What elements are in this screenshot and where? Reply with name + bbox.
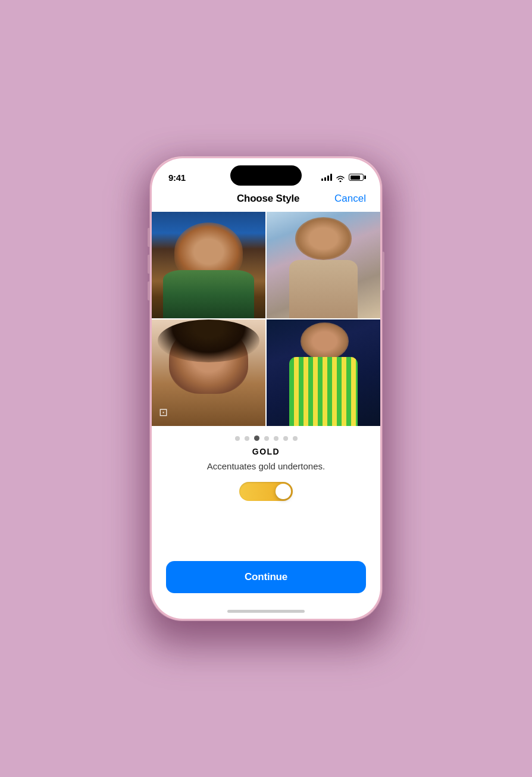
wifi-icon bbox=[336, 174, 345, 181]
status-icons bbox=[321, 174, 364, 181]
continue-button[interactable]: Continue bbox=[166, 561, 366, 593]
home-bar bbox=[227, 610, 305, 613]
flex-spacer bbox=[152, 501, 380, 561]
photo-grid: ⊡ bbox=[152, 212, 380, 426]
style-description: Accentuates gold undertones. bbox=[166, 461, 366, 471]
dot-6[interactable] bbox=[283, 436, 288, 441]
photo-cell-4[interactable] bbox=[267, 319, 380, 426]
signal-icon bbox=[321, 174, 332, 181]
dot-1[interactable] bbox=[235, 436, 240, 441]
dot-7[interactable] bbox=[293, 436, 298, 441]
camera-icon: ⊡ bbox=[159, 406, 168, 419]
photo-cell-3[interactable]: ⊡ bbox=[152, 319, 265, 426]
status-time: 9:41 bbox=[168, 173, 186, 183]
dot-5[interactable] bbox=[274, 436, 278, 441]
battery-icon bbox=[349, 174, 364, 181]
nav-bar: Choose Style Cancel bbox=[152, 188, 380, 212]
page-title: Choose Style bbox=[237, 193, 299, 205]
photo-cell-2[interactable] bbox=[267, 212, 380, 318]
dot-2[interactable] bbox=[245, 436, 249, 441]
photo-figure-2 bbox=[267, 212, 380, 318]
style-name: GOLD bbox=[166, 447, 366, 456]
photo-figure-4 bbox=[267, 319, 380, 426]
status-bar: 9:41 bbox=[152, 158, 380, 188]
dot-4[interactable] bbox=[264, 436, 269, 441]
phone-screen: 9:41 bbox=[152, 158, 380, 619]
photo-figure-3 bbox=[152, 319, 265, 426]
photo-cell-1[interactable] bbox=[152, 212, 265, 318]
dot-3-active[interactable] bbox=[254, 436, 259, 441]
photo-figure-1 bbox=[152, 212, 265, 318]
home-indicator bbox=[152, 605, 380, 619]
cancel-button[interactable]: Cancel bbox=[334, 193, 366, 205]
toggle-container bbox=[166, 482, 366, 501]
phone-frame: 9:41 bbox=[150, 156, 382, 621]
style-content: GOLD Accentuates gold undertones. bbox=[152, 447, 380, 501]
dynamic-island bbox=[230, 165, 302, 186]
button-area: Continue bbox=[152, 561, 380, 605]
toggle-thumb bbox=[276, 484, 291, 499]
page-indicator bbox=[152, 426, 380, 447]
style-toggle[interactable] bbox=[239, 482, 293, 501]
